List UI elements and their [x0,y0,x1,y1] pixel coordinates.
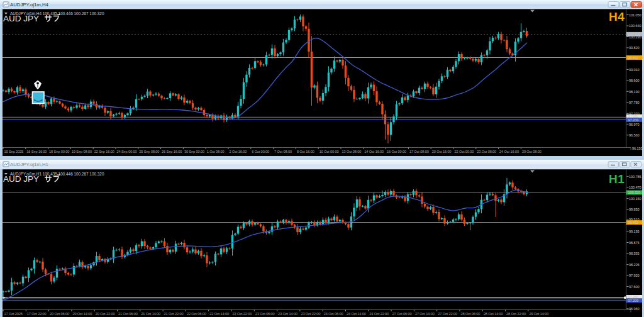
svg-text:15 Sep 2025: 15 Sep 2025 [4,150,24,153]
svg-text:98.875: 98.875 [629,241,640,245]
svg-text:27 Oct 06:00: 27 Oct 06:00 [392,312,412,316]
svg-text:13 Oct 08:00: 13 Oct 08:00 [342,150,362,153]
svg-text:23 Oct 06:00: 23 Oct 06:00 [255,312,275,316]
svg-text:29 Oct 08:00: 29 Oct 08:00 [522,150,541,153]
svg-text:99.830: 99.830 [629,208,640,211]
svg-text:96.560: 96.560 [629,133,640,137]
svg-text:6 Oct 00:00: 6 Oct 00:00 [252,150,269,153]
svg-text:8 Oct 16:00: 8 Oct 16:00 [297,150,314,153]
svg-text:AUDJPY.oj1m,H1: AUDJPY.oj1m,H1 [10,162,48,167]
svg-text:AUD JPY: AUD JPY [3,14,39,23]
svg-text:100.320: 100.320 [628,33,641,36]
svg-text:97.280: 97.280 [628,114,639,118]
svg-text:97.780: 97.780 [629,101,640,104]
svg-text:98.555: 98.555 [629,252,640,255]
svg-text:25 Sep 08:00: 25 Sep 08:00 [139,150,159,153]
svg-text:22 Oct 00:00: 22 Oct 00:00 [455,150,474,153]
svg-text:28 Oct 22:00: 28 Oct 22:00 [506,312,526,316]
svg-text:100.785: 100.785 [629,175,641,179]
svg-text:18 Sep 00:00: 18 Sep 00:00 [49,150,69,153]
svg-text:22 Oct 14:00: 22 Oct 14:00 [209,312,229,316]
svg-text:7 Oct 08:00: 7 Oct 08:00 [274,150,292,153]
svg-text:24 Oct 14:00: 24 Oct 14:00 [347,312,366,316]
svg-text:10 Oct 00:00: 10 Oct 00:00 [319,150,339,153]
svg-text:17 Oct 22:00: 17 Oct 22:00 [27,312,47,316]
svg-text:22 Oct 22:00: 22 Oct 22:00 [233,312,252,316]
svg-text:17 Oct 08:00: 17 Oct 08:00 [409,150,429,153]
svg-text:23 Oct 08:00: 23 Oct 08:00 [477,150,496,153]
svg-text:27 Oct 22:00: 27 Oct 22:00 [438,312,457,316]
svg-text:30 Sep 00:00: 30 Sep 00:00 [184,150,204,153]
svg-text:1 Oct 08:00: 1 Oct 08:00 [207,150,225,153]
svg-text:20 Oct 22:00: 20 Oct 22:00 [96,312,115,316]
svg-text:97.280: 97.280 [628,295,639,299]
svg-text:29 Oct 14:00: 29 Oct 14:00 [529,312,548,316]
svg-text:24 Oct 16:00: 24 Oct 16:00 [499,150,519,153]
svg-text:22 Sep 16:00: 22 Sep 16:00 [94,150,114,153]
svg-text:99.010: 99.010 [629,68,640,72]
svg-text:28 Oct 14:00: 28 Oct 14:00 [484,312,503,316]
svg-text:101.050: 101.050 [629,13,641,17]
svg-text:28 Oct 06:00: 28 Oct 06:00 [461,312,480,316]
svg-text:100.640: 100.640 [629,24,641,28]
svg-text:98.190: 98.190 [629,90,640,94]
svg-text:24 Oct 06:00: 24 Oct 06:00 [324,312,343,316]
svg-text:17 Oct 2025: 17 Oct 2025 [4,312,23,316]
svg-text:98.600: 98.600 [629,79,640,82]
svg-text:H1: H1 [609,172,625,186]
svg-text:22 Oct 06:00: 22 Oct 06:00 [187,312,206,316]
svg-text:97.209: 97.209 [628,118,639,122]
svg-text:20 Oct 06:00: 20 Oct 06:00 [50,312,69,316]
svg-text:97.600: 97.600 [629,285,640,289]
svg-text:16 Oct 00:00: 16 Oct 00:00 [387,150,406,153]
svg-text:96.150: 96.150 [632,147,643,150]
svg-text:24 Oct 22:00: 24 Oct 22:00 [369,312,389,316]
svg-text:23 Oct 14:00: 23 Oct 14:00 [278,312,297,316]
svg-text:2 Oct 16:00: 2 Oct 16:00 [230,150,247,153]
svg-text:98.235: 98.235 [629,263,640,267]
svg-text:AUDJPY.oj1m,H4: AUDJPY.oj1m,H4 [10,2,49,8]
svg-text:96.960: 96.960 [629,307,640,311]
svg-text:AUD JPY: AUD JPY [3,174,39,184]
svg-text:99.195: 99.195 [629,230,640,233]
svg-text:24 Sep 00:00: 24 Sep 00:00 [117,150,137,153]
svg-text:20 Oct 16:00: 20 Oct 16:00 [432,150,452,153]
svg-text:21 Oct 06:00: 21 Oct 06:00 [118,312,138,316]
svg-text:97.920: 97.920 [629,274,640,277]
svg-text:21 Oct 22:00: 21 Oct 22:00 [164,312,184,316]
svg-text:21 Oct 14:00: 21 Oct 14:00 [141,312,160,316]
svg-text:96.970: 96.970 [629,123,640,126]
svg-text:20 Oct 14:00: 20 Oct 14:00 [72,312,92,316]
svg-text:16 Sep 16:00: 16 Sep 16:00 [26,150,47,153]
svg-text:27 Oct 14:00: 27 Oct 14:00 [415,312,435,316]
svg-text:19 Sep 08:00: 19 Sep 08:00 [72,150,92,153]
svg-text:26 Sep 16:00: 26 Sep 16:00 [162,150,182,153]
svg-text:97.209: 97.209 [628,299,639,303]
svg-text:100.150: 100.150 [629,197,641,201]
svg-text:99.452: 99.452 [628,56,639,60]
svg-text:99.452: 99.452 [628,221,639,225]
svg-text:14 Oct 16:00: 14 Oct 16:00 [364,150,384,153]
svg-text:99.820: 99.820 [629,46,640,50]
svg-text:23 Oct 22:00: 23 Oct 22:00 [301,312,320,316]
svg-text:H4: H4 [609,10,625,23]
svg-text:100.470: 100.470 [629,186,641,189]
svg-text:100.320: 100.320 [628,191,641,194]
